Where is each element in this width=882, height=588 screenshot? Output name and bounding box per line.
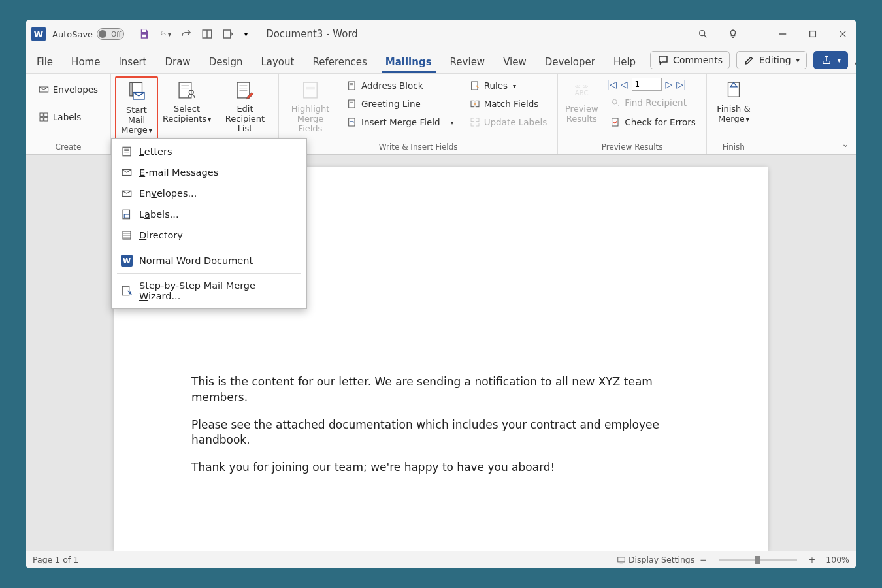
doc-paragraph-2: Please see the attached documentation wh… [191,417,691,449]
tab-references[interactable]: References [308,52,370,73]
svg-rect-16 [40,118,43,121]
maximize-button[interactable] [808,29,818,39]
group-finish: Finish & Merge▾ Finish [707,74,760,154]
svg-rect-8 [810,31,816,37]
dropdown-wizard[interactable]: Step-by-Step Mail Merge Wizard... [112,276,306,306]
qat-icon-1[interactable] [201,28,213,40]
minimize-button[interactable] [777,29,788,39]
svg-rect-17 [44,118,48,121]
svg-rect-47 [349,100,355,108]
svg-rect-56 [476,118,479,122]
tab-insert[interactable]: Insert [114,52,150,73]
editing-mode-button[interactable]: Editing ▾ [736,51,807,69]
greeting-line-button[interactable]: Greeting Line [343,96,458,112]
last-record-icon[interactable]: ▷| [676,79,686,90]
status-bar: Page 1 of 1 Display Settings − + 100% [26,551,856,568]
dropdown-letters[interactable]: Letters [112,141,306,162]
zoom-slider[interactable] [719,559,797,561]
group-start-mail-merge: Start Mail Merge▾ Select Recipients▾ Edi… [111,74,279,154]
svg-line-6 [704,35,706,37]
labels-button[interactable]: Labels [35,109,85,125]
tab-home[interactable]: Home [67,52,104,73]
next-record-icon[interactable]: ▷ [666,79,673,90]
rules-button[interactable]: Rules▾ [466,78,551,93]
svg-rect-21 [179,82,191,98]
app-window: W AutoSave Off ▾ ▾ Document3 - Word [26,20,856,568]
group-write-insert: Highlight Merge Fields Address Block Gre… [279,74,558,154]
autosave-toggle[interactable]: Off [97,28,124,40]
first-record-icon[interactable]: |◁ [606,79,616,90]
group-create: Envelopes Labels Create [26,74,111,154]
svg-rect-52 [471,101,474,106]
insert-merge-field-button[interactable]: Insert Merge Field ▾ [343,114,458,130]
dropdown-normal-document[interactable]: W Normal Word Document [112,250,306,271]
ribbon-collapse-icon[interactable]: ⌄ [841,139,849,149]
tab-help[interactable]: Help [610,52,640,73]
check-errors-button[interactable]: Check for Errors [606,114,700,130]
svg-rect-49 [349,118,355,126]
svg-rect-43 [306,87,315,89]
group-finish-label: Finish [723,141,745,154]
svg-point-61 [613,99,617,104]
address-block-button[interactable]: Address Block [343,78,458,93]
word-app-icon: W [31,27,46,41]
page-indicator[interactable]: Page 1 of 1 [33,555,78,564]
autosave-state: Off [111,31,121,38]
tab-design[interactable]: Design [205,52,247,73]
record-nav: |◁ ◁ ▷ ▷| [606,78,700,91]
edit-recipient-list-button[interactable]: Edit Recipient List [216,76,274,141]
search-icon[interactable] [698,29,708,39]
zoom-level[interactable]: 100% [826,555,849,564]
display-settings-button[interactable]: Display Settings [617,555,694,564]
comments-button[interactable]: Comments [650,51,730,69]
update-labels-button: Update Labels [466,114,551,130]
svg-rect-53 [476,101,479,106]
tab-layout[interactable]: Layout [257,52,298,73]
record-number-input[interactable] [632,78,662,91]
svg-rect-63 [612,118,618,126]
tab-file[interactable]: File [33,52,57,73]
qat-icon-2[interactable] [222,28,234,40]
tab-developer[interactable]: Developer [541,52,599,73]
tab-view[interactable]: View [499,52,531,73]
svg-rect-64 [728,82,739,97]
tab-draw[interactable]: Draw [161,52,194,73]
document-title: Document3 - Word [266,28,358,40]
select-recipients-button[interactable]: Select Recipients▾ [161,76,213,141]
close-button[interactable] [838,29,848,39]
dropdown-directory[interactable]: Directory [112,225,306,246]
zoom-in-button[interactable]: + [809,555,815,564]
dropdown-labels[interactable]: Labels... [112,204,306,225]
group-write-label: Write & Insert Fields [379,141,458,154]
dropdown-email[interactable]: E-mail Messages [112,162,306,183]
lightbulb-icon[interactable] [728,29,738,39]
find-recipient-button: Find Recipient [606,95,700,110]
svg-rect-57 [471,123,474,126]
autosave-control[interactable]: AutoSave Off [52,28,129,40]
tab-review[interactable]: Review [446,52,489,73]
qat-customize-icon[interactable]: ▾ [244,31,248,38]
save-icon[interactable] [139,28,150,40]
tab-mailings[interactable]: Mailings [382,52,436,73]
svg-rect-14 [40,113,43,116]
svg-point-5 [700,31,705,36]
match-fields-button[interactable]: Match Fields [466,96,551,112]
redo-icon[interactable] [180,28,192,40]
zoom-out-button[interactable]: − [700,555,706,564]
envelopes-button[interactable]: Envelopes [35,82,102,97]
undo-icon[interactable]: ▾ [159,28,171,40]
start-mail-merge-button[interactable]: Start Mail Merge▾ [115,76,158,141]
svg-text:≪ ≫: ≪ ≫ [575,83,589,90]
start-mail-merge-dropdown: Letters E-mail Messages Envelopes... Lab… [111,138,307,309]
doc-paragraph-3: Thank you for joining our team; we're ha… [191,460,691,476]
svg-rect-1 [142,35,146,38]
ribbon: Envelopes Labels Create Start Mail Merge… [26,74,856,155]
account-icon[interactable] [855,54,856,67]
svg-rect-42 [304,82,317,98]
finish-merge-button[interactable]: Finish & Merge▾ [711,76,757,141]
prev-record-icon[interactable]: ◁ [621,79,628,90]
svg-rect-55 [471,118,474,122]
dropdown-envelopes[interactable]: Envelopes... [112,183,306,204]
share-button[interactable]: ▾ [813,51,848,69]
group-create-label: Create [56,141,82,154]
